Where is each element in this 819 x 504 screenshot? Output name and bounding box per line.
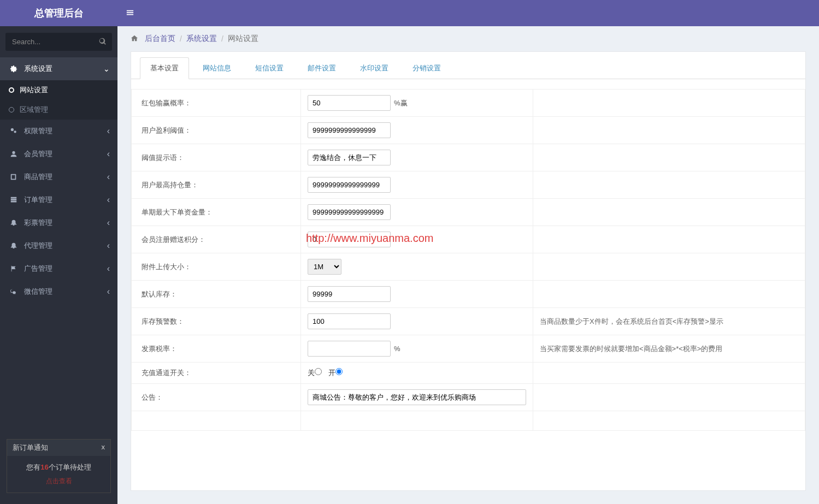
input-threshold-tip[interactable] [308,150,391,165]
nav-wechat[interactable]: 微信管理 [0,280,117,303]
label-max-hold: 用户最高持仓量： [132,171,301,199]
flag-icon [9,265,19,272]
list-icon [9,196,19,204]
nav-lottery-label: 彩票管理 [24,218,52,228]
bell-icon [9,242,19,250]
input-tax-rate[interactable] [308,341,391,357]
tab-site[interactable]: 网站信息 [192,57,241,79]
label-max-single: 单期最大下单资金量： [132,199,301,226]
notify-box: 新订单通知 x 您有16个订单待处理 点击查看 [7,439,111,493]
nav-product[interactable]: 商品管理 [0,165,117,188]
nav-perm-label: 权限管理 [24,126,52,136]
notify-close-button[interactable]: x [102,443,105,453]
chevron-left-icon [107,218,110,228]
breadcrumb-lvl3: 网站设置 [228,34,258,44]
select-upload-size[interactable]: 1M [308,259,341,275]
nav-wechat-label: 微信管理 [24,287,52,297]
suffix-tax-rate: % [394,345,400,353]
help-tax-rate: 当买家需要发票的时候就要增加<商品金额>*<税率>的费用 [533,335,805,363]
breadcrumb-lvl2[interactable]: 系统设置 [186,34,217,44]
radio-off[interactable] [315,368,322,375]
sub-region[interactable]: 区域管理 [0,100,117,120]
label-upload-size: 附件上传大小： [132,253,301,281]
user-icon [9,150,19,158]
label-profit-threshold: 用户盈利阈值： [132,117,301,144]
radio-off-label[interactable]: 关 [308,369,322,377]
chevron-down-icon [103,64,110,73]
tab-watermark[interactable]: 水印设置 [350,57,399,79]
breadcrumb: 后台首页 / 系统设置 / 网站设置 [117,26,819,51]
tab-mail[interactable]: 邮件设置 [297,57,346,79]
label-stock-warn: 库存预警数： [132,308,301,335]
nav-ad[interactable]: 广告管理 [0,257,117,280]
nav-perm[interactable]: 权限管理 [0,120,117,143]
breadcrumb-home[interactable]: 后台首页 [145,34,175,44]
separator: / [180,34,182,43]
label-default-stock: 默认库存： [132,281,301,308]
chevron-left-icon [107,195,110,205]
search-input[interactable] [5,33,112,51]
gear-icon [9,65,19,73]
separator: / [221,34,223,43]
notify-count: 16 [40,463,48,471]
content-panel: 基本设置 网站信息 短信设置 邮件设置 水印设置 分销设置 红包输赢概率： %赢… [131,51,806,491]
input-reg-points[interactable] [308,232,391,247]
help-stock-warn: 当商品数量少于X件时，会在系统后台首页<库存预警>显示 [533,308,805,335]
tab-basic[interactable]: 基本设置 [140,57,189,79]
search-icon[interactable] [99,38,107,47]
notify-suffix: 个订单待处理 [49,463,91,471]
nav-product-label: 商品管理 [24,172,52,182]
chevron-left-icon [107,149,110,159]
radio-on-label[interactable]: 开 [328,369,343,377]
nav-agent-label: 代理管理 [24,241,52,251]
cogs-icon [9,127,19,135]
nav-lottery[interactable]: 彩票管理 [0,211,117,234]
circle-icon [9,107,14,112]
tabs: 基本设置 网站信息 短信设置 邮件设置 水印设置 分销设置 [131,52,805,79]
topbar [117,0,819,26]
chevron-left-icon [107,172,110,182]
chevron-left-icon [107,126,110,136]
input-win-rate[interactable] [308,95,391,111]
nav-order[interactable]: 订单管理 [0,188,117,211]
input-profit-threshold[interactable] [308,122,391,138]
nav-agent[interactable]: 代理管理 [0,234,117,257]
nav-member-label: 会员管理 [24,149,52,159]
book-icon [9,173,19,181]
input-max-single[interactable] [308,204,391,220]
nav-member[interactable]: 会员管理 [0,143,117,165]
circle-icon [9,87,14,93]
input-default-stock[interactable] [308,286,391,302]
nav-order-label: 订单管理 [24,195,52,205]
nav-system[interactable]: 系统设置 [0,57,117,80]
nav-system-label: 系统设置 [24,64,52,74]
tab-sms[interactable]: 短信设置 [245,57,294,79]
notify-prefix: 您有 [26,463,40,471]
nav-ad-label: 广告管理 [24,264,52,274]
label-win-rate: 红包输赢概率： [132,90,301,117]
notify-title: 新订单通知 [13,443,48,453]
label-recharge-switch: 充值通道开关： [132,363,301,384]
chevron-left-icon [107,241,110,251]
sub-web-settings[interactable]: 网站设置 [0,80,117,100]
label-tax-rate: 发票税率： [132,335,301,363]
search-wrap [0,26,117,57]
chevron-left-icon [107,287,110,297]
home-icon [131,34,138,44]
notify-link[interactable]: 点击查看 [11,477,106,486]
suffix-win-rate: %赢 [394,99,408,107]
help-win-rate [533,90,805,117]
sub-nav-system: 网站设置 区域管理 [0,80,117,120]
hamburger-icon[interactable] [126,9,134,18]
label-reg-points: 会员注册赠送积分： [132,226,301,253]
main: 后台首页 / 系统设置 / 网站设置 基本设置 网站信息 短信设置 邮件设置 水… [117,0,819,504]
tab-dist[interactable]: 分销设置 [402,57,451,79]
label-notice: 公告： [132,384,301,411]
input-notice[interactable] [308,389,526,405]
input-stock-warn[interactable] [308,313,391,329]
chevron-left-icon [107,264,110,274]
input-max-hold[interactable] [308,177,391,193]
bell-icon [9,219,19,227]
radio-on[interactable] [335,368,343,375]
sub-region-label: 区域管理 [20,105,48,115]
